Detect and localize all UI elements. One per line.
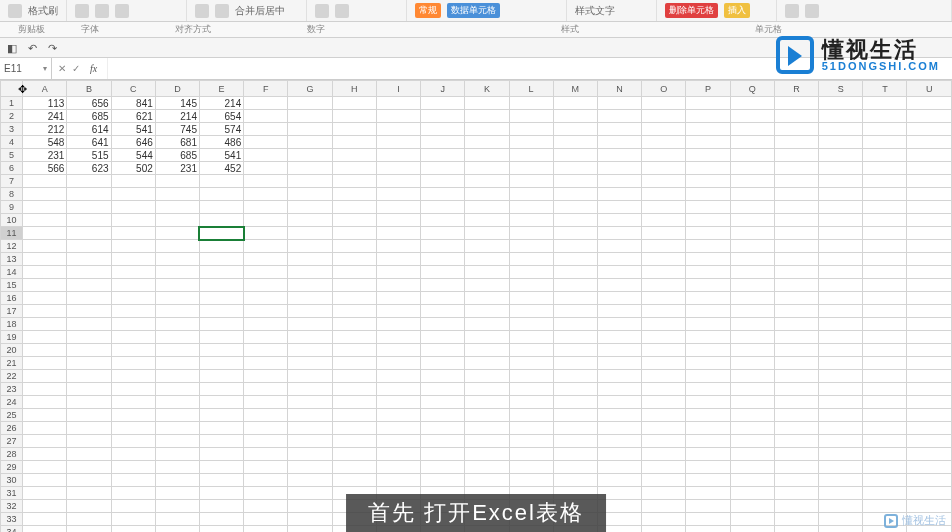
cell-J6[interactable] <box>421 162 465 175</box>
cell-N6[interactable] <box>597 162 641 175</box>
cell-L30[interactable] <box>509 474 553 487</box>
cell-Q3[interactable] <box>730 123 774 136</box>
cell-M18[interactable] <box>553 318 597 331</box>
cell-F14[interactable] <box>244 266 288 279</box>
cell-C4[interactable]: 646 <box>111 136 155 149</box>
cell-B6[interactable]: 623 <box>67 162 111 175</box>
cell-P33[interactable] <box>686 513 730 526</box>
cell-T1[interactable] <box>863 97 907 110</box>
cell-B12[interactable] <box>67 240 111 253</box>
cell-F1[interactable] <box>244 97 288 110</box>
cell-B9[interactable] <box>67 201 111 214</box>
cell-T28[interactable] <box>863 448 907 461</box>
cell-U14[interactable] <box>907 266 952 279</box>
cell-O24[interactable] <box>642 396 686 409</box>
cell-N3[interactable] <box>597 123 641 136</box>
cell-H7[interactable] <box>332 175 376 188</box>
cell-C32[interactable] <box>111 500 155 513</box>
cell-H27[interactable] <box>332 435 376 448</box>
cell-A11[interactable] <box>23 227 67 240</box>
cell-J21[interactable] <box>421 357 465 370</box>
bold-icon[interactable] <box>75 4 89 18</box>
cell-U10[interactable] <box>907 214 952 227</box>
name-box-dropdown-icon[interactable]: ▾ <box>43 64 47 73</box>
cell-A19[interactable] <box>23 331 67 344</box>
cell-B32[interactable] <box>67 500 111 513</box>
cell-D24[interactable] <box>155 396 199 409</box>
cancel-icon[interactable]: ✕ <box>58 63 66 74</box>
col-header-Q[interactable]: Q <box>730 81 774 97</box>
cell-I19[interactable] <box>376 331 420 344</box>
cell-F34[interactable] <box>244 526 288 533</box>
col-header-A[interactable]: A <box>23 81 67 97</box>
enter-icon[interactable]: ✓ <box>72 63 80 74</box>
cell-L27[interactable] <box>509 435 553 448</box>
cell-J5[interactable] <box>421 149 465 162</box>
cell-P13[interactable] <box>686 253 730 266</box>
cell-O29[interactable] <box>642 461 686 474</box>
cell-Q14[interactable] <box>730 266 774 279</box>
cell-E10[interactable] <box>199 214 243 227</box>
cell-I15[interactable] <box>376 279 420 292</box>
cell-K25[interactable] <box>465 409 509 422</box>
cell-O8[interactable] <box>642 188 686 201</box>
row-header-15[interactable]: 15 <box>1 279 23 292</box>
cell-G29[interactable] <box>288 461 332 474</box>
cell-S32[interactable] <box>819 500 863 513</box>
cell-K26[interactable] <box>465 422 509 435</box>
cell-M14[interactable] <box>553 266 597 279</box>
cell-J11[interactable] <box>421 227 465 240</box>
cell-L3[interactable] <box>509 123 553 136</box>
cell-S33[interactable] <box>819 513 863 526</box>
cell-M28[interactable] <box>553 448 597 461</box>
cell-L26[interactable] <box>509 422 553 435</box>
col-header-C[interactable]: C <box>111 81 155 97</box>
cell-T32[interactable] <box>863 500 907 513</box>
cell-J15[interactable] <box>421 279 465 292</box>
cell-R21[interactable] <box>774 357 818 370</box>
cell-H5[interactable] <box>332 149 376 162</box>
cell-O22[interactable] <box>642 370 686 383</box>
cell-K19[interactable] <box>465 331 509 344</box>
cell-E12[interactable] <box>199 240 243 253</box>
cell-L5[interactable] <box>509 149 553 162</box>
cell-P6[interactable] <box>686 162 730 175</box>
cell-O27[interactable] <box>642 435 686 448</box>
cell-L8[interactable] <box>509 188 553 201</box>
cell-U16[interactable] <box>907 292 952 305</box>
cell-D33[interactable] <box>155 513 199 526</box>
cell-G6[interactable] <box>288 162 332 175</box>
cell-C24[interactable] <box>111 396 155 409</box>
cell-Q25[interactable] <box>730 409 774 422</box>
cell-L11[interactable] <box>509 227 553 240</box>
cell-T4[interactable] <box>863 136 907 149</box>
align-center-icon[interactable] <box>215 4 229 18</box>
cell-Q23[interactable] <box>730 383 774 396</box>
cell-F16[interactable] <box>244 292 288 305</box>
cell-E24[interactable] <box>199 396 243 409</box>
cell-Q8[interactable] <box>730 188 774 201</box>
cell-P24[interactable] <box>686 396 730 409</box>
col-header-F[interactable]: F <box>244 81 288 97</box>
cell-E15[interactable] <box>199 279 243 292</box>
cell-P11[interactable] <box>686 227 730 240</box>
cell-F19[interactable] <box>244 331 288 344</box>
row-header-23[interactable]: 23 <box>1 383 23 396</box>
cell-F27[interactable] <box>244 435 288 448</box>
cell-O9[interactable] <box>642 201 686 214</box>
cell-O10[interactable] <box>642 214 686 227</box>
cell-A28[interactable] <box>23 448 67 461</box>
cell-T31[interactable] <box>863 487 907 500</box>
row-header-9[interactable]: 9 <box>1 201 23 214</box>
cell-D3[interactable]: 745 <box>155 123 199 136</box>
cell-C22[interactable] <box>111 370 155 383</box>
cell-C13[interactable] <box>111 253 155 266</box>
cell-N28[interactable] <box>597 448 641 461</box>
cell-A17[interactable] <box>23 305 67 318</box>
cell-F18[interactable] <box>244 318 288 331</box>
row-header-26[interactable]: 26 <box>1 422 23 435</box>
cell-L18[interactable] <box>509 318 553 331</box>
cell-A4[interactable]: 548 <box>23 136 67 149</box>
cell-P30[interactable] <box>686 474 730 487</box>
cell-J29[interactable] <box>421 461 465 474</box>
